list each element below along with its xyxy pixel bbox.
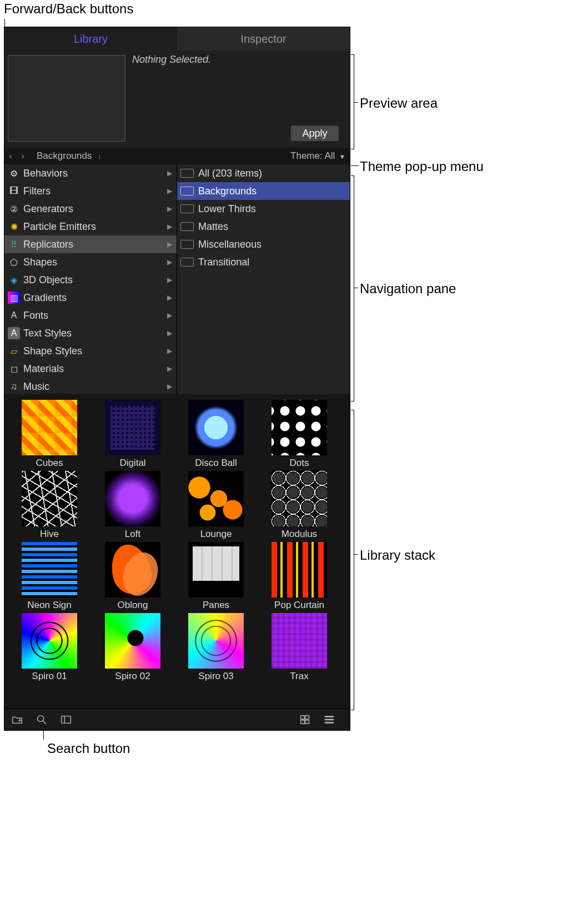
leader-tick: [354, 554, 358, 555]
category-row-generators[interactable]: ②Generators▶: [4, 200, 177, 218]
stack-item-trax[interactable]: Trax: [258, 613, 341, 682]
leader-line: [351, 165, 359, 166]
disclosure-arrow-icon: ▶: [167, 276, 172, 284]
stack-item-spiro-02[interactable]: Spiro 02: [91, 613, 174, 682]
subfolder-row-transitional[interactable]: Transitional: [177, 253, 350, 271]
library-stack: CubesDigitalDisco BallDotsHiveLoftLounge…: [4, 394, 350, 711]
textstyle-icon: A: [8, 327, 20, 339]
chevron-down-icon: ▼: [339, 153, 345, 160]
category-row-text-styles[interactable]: AText Styles▶: [4, 324, 177, 342]
folder-icon: [180, 169, 194, 178]
swatch-label: Disco Ball: [174, 458, 258, 469]
callout-library-stack: Library stack: [360, 548, 435, 563]
category-row-particle-emitters[interactable]: ✺Particle Emitters▶: [4, 218, 177, 235]
new-folder-button[interactable]: [9, 713, 26, 726]
back-button[interactable]: ‹: [4, 150, 17, 162]
swatch-thumbnail: [22, 542, 77, 597]
subfolder-row-backgrounds[interactable]: Backgrounds: [177, 182, 350, 200]
stack-item-pop-curtain[interactable]: Pop Curtain: [258, 542, 341, 611]
grid-view-button[interactable]: [296, 713, 313, 726]
subfolder-label: Mattes: [198, 221, 228, 233]
category-label: Text Styles: [23, 328, 72, 339]
stack-item-oblong[interactable]: Oblong: [91, 542, 174, 611]
category-row-fonts[interactable]: AFonts▶: [4, 307, 177, 324]
apply-button[interactable]: Apply: [291, 125, 339, 141]
stack-item-loft[interactable]: Loft: [91, 471, 174, 540]
category-row-3d-objects[interactable]: ◈3D Objects▶: [4, 271, 177, 289]
stack-item-digital[interactable]: Digital: [91, 400, 174, 469]
subfolder-label: Miscellaneous: [198, 239, 262, 250]
preview-thumbnail: [8, 55, 125, 142]
stack-item-lounge[interactable]: Lounge: [174, 471, 258, 540]
category-row-behaviors[interactable]: ⚙︎Behaviors▶: [4, 164, 177, 182]
swatch-label: Modulus: [258, 529, 341, 540]
theme-label: Theme: All: [290, 150, 335, 161]
category-row-music[interactable]: ♫Music▶: [4, 378, 177, 394]
stack-item-spiro-01[interactable]: Spiro 01: [8, 613, 91, 682]
library-panel: Library Inspector Nothing Selected. Appl…: [4, 27, 350, 731]
category-row-filters[interactable]: 🎞Filters▶: [4, 182, 177, 200]
list-view-button[interactable]: [321, 713, 338, 726]
leader-tick: [351, 410, 354, 410]
subfolder-row-all-203-items-[interactable]: All (203 items): [177, 164, 350, 182]
category-row-materials[interactable]: ◻Materials▶: [4, 360, 177, 378]
subfolder-row-lower-thirds[interactable]: Lower Thirds: [177, 200, 350, 218]
forward-button[interactable]: ›: [17, 150, 29, 162]
gen-icon: ②: [8, 203, 20, 215]
disclosure-arrow-icon: ▶: [167, 169, 172, 177]
subfolder-label: All (203 items): [198, 168, 262, 179]
leader-line: [354, 54, 354, 149]
stack-item-disco-ball[interactable]: Disco Ball: [174, 400, 258, 469]
tab-library[interactable]: Library: [4, 27, 177, 51]
sidebar-toggle-button[interactable]: [58, 713, 74, 726]
disclosure-arrow-icon: ▶: [167, 258, 172, 266]
leader-tick: [351, 149, 354, 149]
stack-item-panes[interactable]: Panes: [174, 542, 258, 611]
stack-item-spiro-03[interactable]: Spiro 03: [174, 613, 258, 682]
swatch-thumbnail: [105, 613, 160, 669]
swatch-thumbnail: [105, 471, 160, 526]
swatch-thumbnail: [22, 613, 77, 669]
category-label: Shapes: [23, 257, 57, 268]
disclosure-arrow-icon: ▶: [167, 240, 172, 248]
stack-item-hive[interactable]: Hive: [8, 471, 91, 540]
subfolder-column: All (203 items)BackgroundsLower ThirdsMa…: [177, 164, 350, 394]
disclosure-arrow-icon: ▶: [167, 347, 172, 355]
path-label: Backgrounds: [37, 150, 92, 161]
category-row-shapes[interactable]: ⬠Shapes▶: [4, 253, 177, 271]
subfolder-label: Backgrounds: [198, 185, 257, 197]
swatch-thumbnail: [188, 471, 244, 526]
path-popup[interactable]: Backgrounds ↕: [37, 150, 101, 162]
swatch-thumbnail: [188, 542, 244, 597]
category-label: Filters: [23, 185, 51, 197]
swatch-thumbnail: [188, 400, 244, 455]
swatch-label: Spiro 01: [8, 671, 91, 682]
callout-theme-popup: Theme pop-up menu: [360, 159, 484, 174]
stack-item-cubes[interactable]: Cubes: [8, 400, 91, 469]
swatch-thumbnail: [188, 613, 244, 669]
category-row-gradients[interactable]: ▥Gradients▶: [4, 289, 177, 307]
search-button[interactable]: [33, 713, 50, 726]
subfolder-label: Lower Thirds: [198, 203, 256, 215]
swatch-thumbnail: [22, 400, 77, 455]
stack-item-modulus[interactable]: Modulus: [258, 471, 341, 540]
stack-item-neon-sign[interactable]: Neon Sign: [8, 542, 91, 611]
category-label: Particle Emitters: [23, 221, 96, 233]
callout-preview-area: Preview area: [360, 96, 438, 111]
swatch-label: Pop Curtain: [258, 600, 341, 611]
category-row-shape-styles[interactable]: ▱Shape Styles▶: [4, 342, 177, 360]
tab-inspector[interactable]: Inspector: [177, 27, 350, 51]
disclosure-arrow-icon: ▶: [167, 312, 172, 319]
navigation-pane: ⚙︎Behaviors▶🎞Filters▶②Generators▶✺Partic…: [4, 164, 350, 394]
swatch-thumbnail: [105, 400, 160, 455]
disclosure-arrow-icon: ▶: [167, 383, 172, 390]
theme-popup[interactable]: Theme: All ▼: [290, 150, 345, 162]
stack-item-dots[interactable]: Dots: [258, 400, 341, 469]
leader-tick: [354, 102, 358, 103]
subfolder-row-miscellaneous[interactable]: Miscellaneous: [177, 235, 350, 253]
swatch-thumbnail: [272, 613, 327, 669]
subfolder-row-mattes[interactable]: Mattes: [177, 218, 350, 235]
callout-navigation-pane: Navigation pane: [360, 281, 456, 297]
category-row-replicators[interactable]: ⠿Replicators▶: [4, 235, 177, 253]
shapestyle-icon: ▱: [8, 345, 20, 357]
